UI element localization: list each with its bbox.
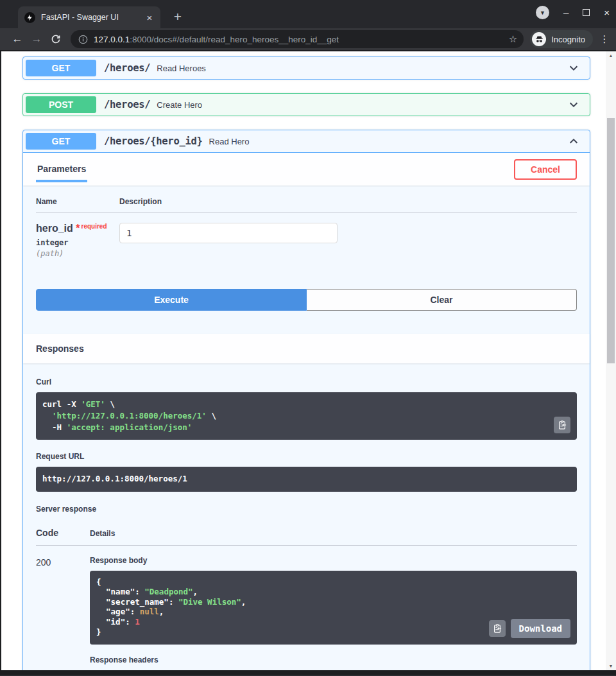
op-summary-text: Read Heroes — [157, 64, 206, 73]
response-body-label: Response body — [90, 556, 577, 565]
op-summary-text: Create Hero — [157, 100, 202, 110]
status-code: 200 — [36, 556, 90, 671]
description-column-header: Description — [119, 197, 162, 206]
tab-close-icon[interactable]: × — [144, 12, 155, 23]
browser-menu-icon[interactable]: ⋮ — [598, 33, 611, 45]
opblock-get-hero-by-id: GET /heroes/{hero_id} Read Hero Paramete… — [22, 130, 590, 670]
clear-button[interactable]: Clear — [307, 289, 577, 311]
execute-row: Execute Clear — [23, 264, 590, 324]
tab-parameters[interactable]: Parameters — [36, 162, 87, 182]
cancel-button[interactable]: Cancel — [514, 159, 577, 180]
opblock-post-heroes: POST /heroes/ Create Hero — [22, 93, 590, 116]
close-window-button[interactable]: × — [604, 8, 610, 17]
response-headers-label: Response headers — [90, 655, 577, 664]
browser-tab[interactable]: FastAPI - Swagger UI × — [18, 6, 160, 28]
required-asterisk: * — [76, 223, 80, 234]
server-response-label: Server response — [36, 505, 577, 514]
bookmark-star-icon[interactable]: ☆ — [509, 33, 517, 45]
incognito-icon — [532, 32, 546, 46]
incognito-label: Incognito — [551, 35, 585, 44]
forward-button[interactable]: → — [28, 33, 45, 46]
op-path: /heroes/ — [104, 99, 150, 110]
url-text[interactable]: 127.0.0.1:8000/docs#/default/read_hero_h… — [94, 35, 504, 44]
parameters-table: Name Description hero_id *required integ… — [23, 186, 590, 264]
scrollbar-thumb[interactable] — [607, 118, 615, 363]
execute-button[interactable]: Execute — [36, 289, 307, 311]
browser-toolbar: ← → 127.0.0.1:8000/docs#/default/read_he… — [0, 28, 616, 50]
server-response-table-header: Code Details — [36, 521, 577, 546]
new-tab-button[interactable]: + — [169, 9, 186, 24]
name-column-header: Name — [36, 197, 119, 206]
parameter-row-hero-id: hero_id *required integer (path) — [36, 213, 577, 258]
opblock-summary-post-heroes[interactable]: POST /heroes/ Create Hero — [23, 94, 590, 116]
curl-label: Curl — [36, 377, 577, 386]
op-path: /heroes/{hero_id} — [104, 135, 203, 147]
method-badge-get: GET — [26, 133, 96, 150]
scroll-up-icon[interactable]: ▲ — [606, 51, 616, 60]
request-url-label: Request URL — [36, 452, 577, 461]
browser-update-icon[interactable]: ▼ — [536, 6, 549, 19]
url-path: :8000/docs#/default/read_hero_heroes__he… — [130, 35, 339, 44]
details-column-header: Details — [90, 529, 115, 538]
url-host: 127.0.0.1 — [94, 35, 130, 44]
method-badge-post: POST — [26, 96, 96, 113]
opblock-get-heroes: GET /heroes/ Read Heroes — [22, 56, 590, 80]
url-bar[interactable]: 127.0.0.1:8000/docs#/default/read_hero_h… — [71, 30, 524, 48]
parameters-header: Parameters Cancel — [23, 153, 590, 186]
minimize-button[interactable]: – — [563, 8, 569, 17]
parameter-type: integer — [36, 238, 119, 247]
tab-title: FastAPI - Swagger UI — [41, 13, 144, 22]
parameter-name: hero_id *required — [36, 223, 119, 234]
swagger-page: GET /heroes/ Read Heroes POST /heroes/ C… — [1, 51, 606, 670]
required-label: required — [81, 223, 107, 230]
maximize-button[interactable] — [583, 9, 590, 16]
server-response-row: 200 Response body { "name": "Deadpond", … — [36, 546, 577, 671]
scroll-down-icon[interactable]: ▼ — [606, 662, 616, 670]
op-path: /heroes/ — [104, 62, 150, 74]
curl-command-block: curl -X 'GET' \ 'http://127.0.0.1:8000/h… — [36, 392, 577, 440]
reload-button[interactable] — [47, 34, 64, 44]
hero-id-input[interactable] — [119, 223, 338, 243]
copy-curl-button[interactable] — [554, 417, 570, 433]
fastapi-favicon-icon — [24, 12, 35, 23]
back-button[interactable]: ← — [9, 33, 26, 46]
response-body-block: { "name": "Deadpond", "secret_name": "Di… — [90, 571, 577, 645]
chevron-up-icon[interactable] — [568, 135, 579, 147]
parameter-location: (path) — [36, 249, 119, 258]
opblock-summary-get-hero-by-id[interactable]: GET /heroes/{hero_id} Read Hero — [23, 130, 590, 153]
incognito-badge: Incognito — [530, 30, 593, 48]
page-scrollbar[interactable]: ▲ ▼ — [606, 51, 616, 670]
request-url-block: http://127.0.0.1:8000/heroes/1 — [36, 467, 577, 491]
chevron-down-icon[interactable] — [568, 62, 579, 74]
copy-response-button[interactable] — [489, 620, 506, 637]
code-column-header: Code — [36, 528, 90, 538]
browser-titlebar: FastAPI - Swagger UI × + ▼ – × — [0, 0, 616, 28]
site-info-icon[interactable] — [78, 35, 88, 44]
op-summary-text: Read Hero — [209, 137, 250, 146]
method-badge-get: GET — [26, 60, 96, 76]
opblock-summary-get-heroes[interactable]: GET /heroes/ Read Heroes — [23, 57, 590, 79]
chevron-down-icon[interactable] — [568, 99, 579, 110]
responses-section-header: Responses — [23, 334, 590, 363]
download-button[interactable]: Download — [511, 619, 570, 638]
